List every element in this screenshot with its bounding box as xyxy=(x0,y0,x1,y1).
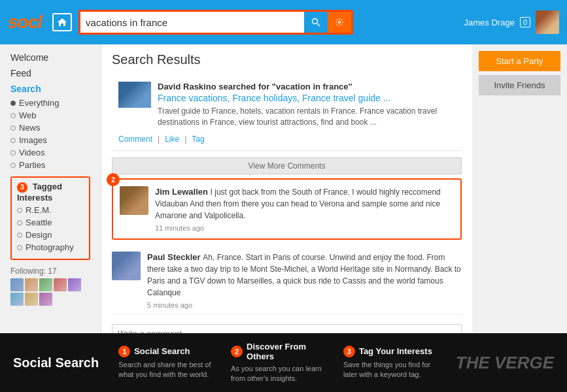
bullet-icon xyxy=(17,208,22,213)
commenter-name: Jim Lewallen xyxy=(155,187,208,197)
filter-news[interactable]: News xyxy=(10,123,90,133)
result-search-text: searched for "vacation in france" xyxy=(218,82,352,91)
tagged-item-photography[interactable]: Photography xyxy=(17,242,84,252)
search-bar xyxy=(78,10,353,35)
following-label: Following: 17 xyxy=(10,267,90,276)
filter-everything[interactable]: Everything xyxy=(10,98,90,108)
sidebar-item-feed[interactable]: Feed xyxy=(10,68,90,78)
follower-avatar xyxy=(10,278,24,291)
bullet-icon xyxy=(10,125,16,131)
notification-badge[interactable]: 0 xyxy=(520,17,530,27)
bullet-icon xyxy=(10,101,16,106)
result-link[interactable]: France vacations, France holidays, Franc… xyxy=(158,93,390,103)
follower-avatar xyxy=(25,278,38,291)
right-panel: Start a Party Invite Friends xyxy=(472,44,567,333)
home-icon xyxy=(57,18,67,27)
avatar-image xyxy=(536,10,559,34)
filter-parties[interactable]: Parties xyxy=(10,160,90,170)
result-actions: Comment | Like | Tag xyxy=(118,135,455,144)
user-area: James Drage 0 xyxy=(464,10,559,34)
sidebar: Welcome Feed Search Everything Web News … xyxy=(0,44,101,333)
comment-action[interactable]: Comment xyxy=(118,135,152,144)
tagged-badge: 3 xyxy=(17,182,27,193)
tagged-interests-title: 3 Tagged Interests xyxy=(17,182,84,203)
invite-friends-button[interactable]: Invite Friends xyxy=(479,75,560,95)
logo: socl xyxy=(8,12,42,33)
sidebar-item-welcome[interactable]: Welcome xyxy=(10,52,90,63)
follower-avatar xyxy=(10,293,24,306)
tagged-item-rem[interactable]: R.E.M. xyxy=(17,205,84,215)
action-divider: | xyxy=(158,135,160,144)
action-divider: | xyxy=(184,135,186,144)
result-thumbnail xyxy=(118,82,151,108)
comment-body: Paul Steckler Ah, France. Start in Paris… xyxy=(147,252,462,309)
tagged-item-design[interactable]: Design xyxy=(17,230,84,240)
comment-time: 5 minutes ago xyxy=(147,301,462,309)
result-header: David Raskino searched for "vacation in … xyxy=(118,82,455,131)
bullet-icon xyxy=(10,113,16,118)
footer-badge-3: 3 xyxy=(343,346,355,357)
tagged-item-seattle[interactable]: Seattle xyxy=(17,218,84,227)
result-meta: David Raskino searched for "vacation in … xyxy=(158,82,455,131)
bullet-icon xyxy=(17,245,22,250)
svg-point-3 xyxy=(338,21,341,24)
bullet-icon xyxy=(10,138,16,143)
comment-card-jim: 2 Jim Lewallen I just got back from the … xyxy=(112,178,462,240)
page-title: Search Results xyxy=(112,52,462,67)
the-verge-watermark: THE VERGE xyxy=(456,353,554,373)
start-party-button[interactable]: Start a Party xyxy=(479,51,560,71)
view-more-button[interactable]: View More Comments xyxy=(112,157,462,174)
search-icon xyxy=(311,18,320,27)
svg-line-2 xyxy=(317,24,320,26)
footer-section-1: 1 Social Search Search and share the bes… xyxy=(118,346,213,380)
result-user-name: David Raskino xyxy=(158,82,216,91)
logo-text-so: so xyxy=(8,12,28,32)
bullet-icon xyxy=(10,150,16,155)
home-button[interactable] xyxy=(52,13,72,31)
search-result-1: David Raskino searched for "vacation in … xyxy=(112,75,462,151)
commenter-avatar xyxy=(120,186,148,215)
follower-avatar xyxy=(39,293,52,306)
footer-badge-2: 2 xyxy=(231,346,243,357)
bullet-icon xyxy=(10,163,16,168)
tagged-interests-section: 3 Tagged Interests R.E.M. Seattle Design xyxy=(10,176,90,260)
main-layout: Welcome Feed Search Everything Web News … xyxy=(0,44,567,333)
logo-text-cl: cl xyxy=(28,12,42,32)
footer-section-text-2: As you search you can learn from other's… xyxy=(231,364,325,384)
search-filter-list: Everything Web News Images Videos Partie… xyxy=(10,98,90,170)
footer-section-header: 2 Discover From Others xyxy=(231,342,325,361)
filter-images[interactable]: Images xyxy=(10,135,90,145)
filter-web[interactable]: Web xyxy=(10,110,90,120)
bullet-icon xyxy=(17,220,22,225)
comment-header: Jim Lewallen I just got back from the So… xyxy=(120,186,454,232)
commenter-avatar xyxy=(112,252,141,280)
avatar[interactable] xyxy=(536,10,559,34)
footer-section-title-1: Social Search xyxy=(134,346,190,356)
result-description: Travel guide to France, hotels, vacation… xyxy=(158,106,455,128)
comment-time: 11 minutes ago xyxy=(155,224,454,232)
footer-section-text-1: Search and share the best of what you fi… xyxy=(118,360,213,380)
filter-videos[interactable]: Videos xyxy=(10,148,90,157)
user-name: James Drage xyxy=(464,18,515,27)
follower-avatar xyxy=(39,278,52,291)
svg-point-1 xyxy=(313,19,318,24)
result-user: David Raskino searched for "vacation in … xyxy=(158,82,455,91)
commenter-name: Paul Steckler xyxy=(147,252,201,262)
tagged-list: R.E.M. Seattle Design Photography xyxy=(17,205,84,252)
comment-input[interactable] xyxy=(112,324,462,333)
like-action[interactable]: Like xyxy=(165,135,179,144)
comment-badge: 2 xyxy=(107,173,120,186)
footer: Social Search 1 Social Search Search and… xyxy=(0,333,567,392)
tag-action[interactable]: Tag xyxy=(192,135,204,144)
comment-card-paul: Paul Steckler Ah, France. Start in Paris… xyxy=(112,246,462,315)
footer-section-3: 3 Tag Your Interests Save the things you… xyxy=(343,346,438,380)
footer-section-header: 3 Tag Your Interests xyxy=(343,346,438,357)
search-settings-button[interactable] xyxy=(328,12,351,33)
footer-section-header: 1 Social Search xyxy=(118,346,213,357)
main-content: Search Results David Raskino searched fo… xyxy=(101,44,472,333)
search-input[interactable] xyxy=(80,17,304,28)
follower-avatar xyxy=(54,278,67,291)
footer-section-2: 2 Discover From Others As you search you… xyxy=(231,342,325,384)
footer-section-text-3: Save the things you find for later with … xyxy=(343,360,438,380)
search-submit-button[interactable] xyxy=(304,12,328,33)
